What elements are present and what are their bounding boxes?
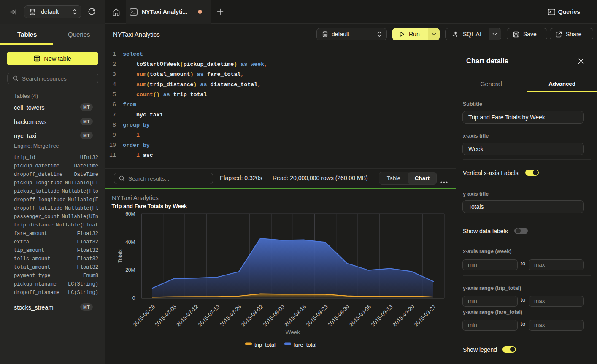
svg-text:NYTaxi Analytics: NYTaxi Analytics (112, 194, 159, 201)
svg-text:2015-07-19: 2015-07-19 (197, 304, 221, 328)
svg-text:2015-09-13: 2015-09-13 (370, 304, 394, 328)
svg-text:2015-07-26: 2015-07-26 (218, 304, 243, 328)
svg-text:2015-08-09: 2015-08-09 (262, 304, 286, 328)
svg-text:Week: Week (286, 329, 300, 335)
svg-text:40M: 40M (125, 239, 135, 245)
svg-text:2015-07-05: 2015-07-05 (154, 304, 178, 328)
svg-text:2015-08-16: 2015-08-16 (283, 304, 308, 328)
svg-text:0: 0 (132, 295, 135, 301)
svg-text:fare_total: fare_total (294, 342, 316, 348)
svg-text:2015-09-06: 2015-09-06 (348, 304, 373, 328)
svg-text:2015-08-30: 2015-08-30 (327, 304, 351, 328)
svg-text:2015-06-28: 2015-06-28 (132, 304, 156, 328)
svg-text:60M: 60M (125, 211, 135, 217)
svg-text:trip_total: trip_total (254, 342, 276, 348)
svg-text:2015-08-23: 2015-08-23 (305, 304, 329, 328)
svg-text:20M: 20M (125, 267, 135, 273)
svg-text:Totals: Totals (117, 249, 123, 262)
svg-text:Trip and Fare Totals by Week: Trip and Fare Totals by Week (112, 203, 187, 209)
svg-text:2015-08-02: 2015-08-02 (240, 304, 265, 328)
svg-text:2015-09-20: 2015-09-20 (391, 304, 416, 328)
svg-text:2015-09-27: 2015-09-27 (413, 304, 437, 328)
svg-text:2015-07-12: 2015-07-12 (175, 304, 200, 328)
